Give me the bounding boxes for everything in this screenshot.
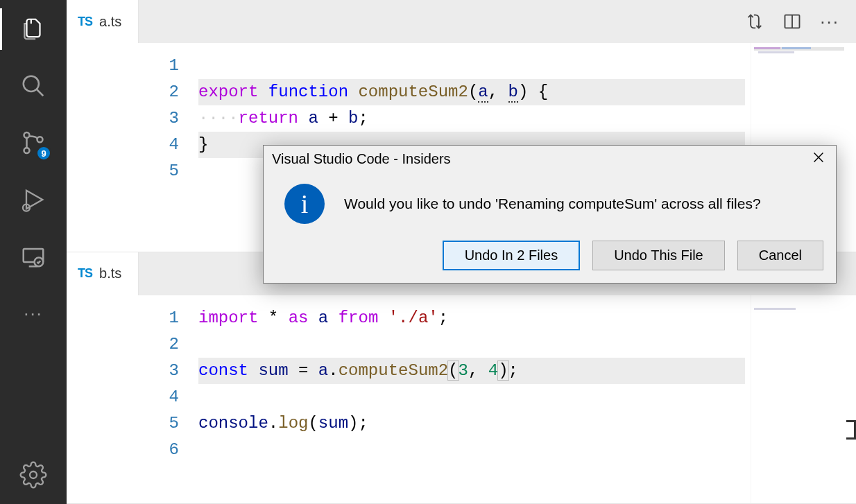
undo-all-files-button[interactable]: Undo In 2 Files <box>443 241 581 270</box>
activity-search[interactable] <box>17 69 50 103</box>
activity-explorer[interactable] <box>17 12 50 46</box>
confirm-dialog: Visual Studio Code - Insiders i Would yo… <box>263 145 837 284</box>
activity-remote[interactable] <box>17 240 50 273</box>
tab-b-ts[interactable]: TS b.ts <box>67 252 139 295</box>
svg-point-4 <box>37 137 43 142</box>
code-b[interactable]: import * as a from './a'; const sum = a.… <box>198 295 745 504</box>
typescript-icon: TS <box>78 266 92 281</box>
tab-bar-a: TS a.ts ··· <box>67 0 856 43</box>
typescript-icon: TS <box>78 15 92 29</box>
undo-this-file-button[interactable]: Undo This File <box>592 241 725 270</box>
compare-changes-icon[interactable] <box>745 12 764 31</box>
minimap-b[interactable] <box>751 295 856 504</box>
split-editor-icon[interactable] <box>782 12 802 31</box>
tab-label: a.ts <box>99 14 121 30</box>
editor-group-b: TS b.ts ··· 1 2 3 4 5 6 import * as a fr… <box>67 252 856 505</box>
close-icon <box>811 150 826 165</box>
activity-more[interactable]: ··· <box>17 297 50 330</box>
cancel-button[interactable]: Cancel <box>737 241 823 270</box>
gear-icon <box>19 461 47 489</box>
svg-point-3 <box>24 148 30 153</box>
remote-icon <box>20 243 46 270</box>
dialog-close-button[interactable] <box>811 150 826 168</box>
editor-area: TS a.ts ··· 1 2 3 4 5 export function co… <box>67 0 856 504</box>
tab-a-ts[interactable]: TS a.ts <box>67 0 139 43</box>
activity-bar: 9 ··· <box>0 0 67 504</box>
dialog-message: Would you like to undo 'Renaming compute… <box>344 195 761 212</box>
svg-point-9 <box>30 471 37 478</box>
dialog-title-text: Visual Studio Code - Insiders <box>272 151 451 167</box>
svg-point-2 <box>24 132 30 138</box>
tab-label: b.ts <box>99 266 121 281</box>
gutter-b: 1 2 3 4 5 6 <box>67 295 198 504</box>
run-debug-icon <box>19 186 47 214</box>
ellipsis-icon: ··· <box>24 310 43 317</box>
more-actions-a[interactable]: ··· <box>820 18 839 25</box>
info-icon: i <box>284 184 325 224</box>
files-icon <box>20 16 46 42</box>
svg-point-0 <box>24 76 39 92</box>
scm-badge: 9 <box>36 146 51 161</box>
activity-run-debug[interactable] <box>17 183 50 216</box>
editor-body-b[interactable]: 1 2 3 4 5 6 import * as a from './a'; co… <box>67 295 856 504</box>
svg-line-1 <box>37 89 44 96</box>
overview-cursor <box>846 420 856 440</box>
dialog-titlebar: Visual Studio Code - Insiders <box>264 146 836 168</box>
search-icon <box>20 73 46 99</box>
activity-source-control[interactable]: 9 <box>17 126 50 159</box>
gutter-a: 1 2 3 4 5 <box>67 43 198 252</box>
editor-actions-a: ··· <box>745 12 856 31</box>
activity-settings[interactable] <box>17 458 50 492</box>
